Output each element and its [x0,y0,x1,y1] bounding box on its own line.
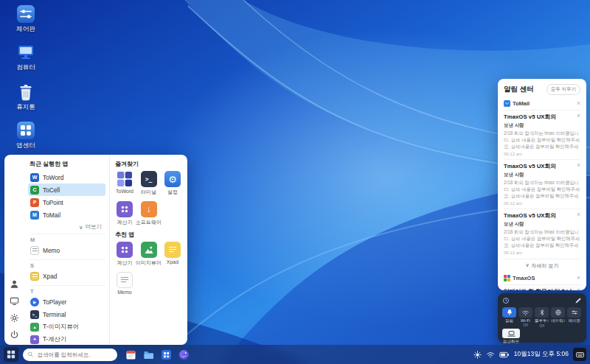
close-icon[interactable]: × [577,100,580,107]
recent-app-topoint[interactable]: P ToPoint [28,196,105,209]
notification-title: 업데이트 할 항목이 있습니다 [504,287,577,290]
battery-icon[interactable] [499,351,510,359]
start-menu-rail [4,155,24,345]
wifi-tray-icon[interactable] [486,351,495,359]
desktop: 제어판 컴퓨터 휴지통 앱센터 알림 센터 모두 지우기 [0,0,590,364]
tile-state [551,323,565,328]
desktop-icon-control-panel[interactable]: 제어판 [7,4,44,34]
recommended-memo[interactable]: Memo [114,272,136,295]
more-button[interactable]: ∨ 더보기 [28,223,102,231]
browser-icon[interactable] [178,349,190,360]
favorite-toword[interactable]: ToWord [114,171,136,196]
close-icon[interactable]: × [577,113,580,119]
recent-app-toword[interactable]: W ToWord [28,171,105,183]
app-label: ToPoint [43,199,63,206]
desktop-icon-label: 컴퓨터 [7,63,44,72]
notification-center: 알림 센터 모두 지우기 ToMail × TmaxOS v5 UX회의 × 보… [498,79,586,290]
tmaxos-icon [504,275,510,281]
start-button[interactable] [4,347,18,362]
notification-group-tmaxos: TmaxOS × [504,275,580,281]
update-notification-card[interactable]: 업데이트 할 항목이 있습니다 × 최신 버전까지는 2번의 업데이트가 남았습… [504,284,580,290]
control-panel-icon [16,4,35,24]
close-icon[interactable]: × [577,211,580,218]
display-icon[interactable] [9,295,19,306]
taskbar: 10월13일 오후 5:06 [0,345,590,364]
tile-state: Off [518,323,532,327]
notification-card[interactable]: TmaxOS v5 UX회의 × 보낸 사람 2/18 회의 참석하는 tmax… [504,110,580,156]
trash-icon [16,83,35,102]
file-manager-icon[interactable] [143,349,154,360]
app-label: 소프트웨어 [136,219,162,226]
search-bar[interactable] [23,349,117,361]
tomail-icon: M [30,211,39,220]
xpad-icon [30,272,39,281]
calendar-icon[interactable] [125,349,136,360]
close-icon[interactable]: × [577,287,580,290]
app-label: Memo [114,290,136,295]
app-label: ToCell [43,186,60,194]
recommended-calculator[interactable]: 계산기 [114,242,136,267]
settings-gear-icon[interactable] [9,312,19,323]
favorite-software[interactable]: ↓ 소프트웨어 [136,201,162,226]
desktop-icon-trash[interactable]: 휴지통 [7,83,44,112]
memo-icon [117,272,133,288]
tile-control-panel[interactable]: 제어판 [567,307,581,328]
tile-state [567,323,581,328]
brightness-icon[interactable] [473,351,482,359]
clock-icon[interactable] [502,297,510,304]
recommended-image-viewer[interactable]: 이미지뷰어 [136,242,162,267]
notification-body: 2/18 회의 참석하는 tmax 미라클입니다. 상세 내용은 첨부파일 확인… [504,228,580,249]
app-label: ToWord [114,189,136,194]
app-toplayer[interactable]: ▶ ToPlayer [28,295,105,308]
user-icon[interactable] [9,279,19,289]
group-app-name: TmaxOS [513,275,575,281]
app-image-viewer[interactable]: ▲ T-이미지뷰어 [28,321,105,333]
app-label: 이미지뷰어 [136,259,162,267]
app-label: Xpad [43,273,57,280]
favorite-settings[interactable]: ⚙ 설정 [162,171,184,196]
tile-bluetooth[interactable]: 블루투스 Off [535,307,549,328]
keyboard-ime-icon[interactable] [573,348,586,361]
toplayer-icon: ▶ [30,298,39,307]
show-detail-label: 자세히 보기 [532,262,559,270]
notification-card[interactable]: TmaxOS v5 UX회의 × 보낸 사람 2/18 회의 참석하는 tmax… [504,209,580,255]
desktop-icon-app-center[interactable]: 앱센터 [7,121,44,150]
close-icon[interactable]: × [577,162,580,169]
calculator-icon: + [30,335,39,344]
tile-wifi[interactable]: Wi-Fi Off [518,307,532,328]
favorite-calculator[interactable]: 계산기 [114,201,136,226]
topoint-icon: P [30,198,39,207]
edit-pencil-icon[interactable] [575,297,582,304]
clear-all-button[interactable]: 모두 지우기 [546,84,580,95]
notification-title: TmaxOS v5 UX회의 [504,162,577,170]
taskbar-clock[interactable]: 10월13일 오후 5:06 [514,350,569,359]
close-icon[interactable]: × [577,275,580,281]
tile-state: Off [535,323,549,328]
chevron-down-icon: ∨ [525,262,529,270]
laptop-icon [502,329,520,338]
app-label: ToWord [43,174,63,181]
desktop-icon-computer[interactable]: 컴퓨터 [7,43,44,72]
notification-time: 06:12 am [504,251,580,255]
search-input[interactable] [36,351,113,359]
bluetooth-icon [535,307,549,318]
tile-lock-screen[interactable]: 잠금화면 [502,329,520,344]
app-label: 계산기 [114,259,136,267]
recent-app-tocell[interactable]: C ToCell [28,183,105,196]
power-icon[interactable] [9,329,19,340]
tile-notifications[interactable]: 알림 [502,307,516,328]
recommended-xpad[interactable]: Xpad [162,242,184,267]
app-center-taskbar-icon[interactable] [161,349,172,360]
app-terminal[interactable]: >_ Terminal [28,308,105,321]
app-memo[interactable]: Memo [28,244,105,256]
chevron-down-icon: ∨ [79,224,83,231]
tile-network[interactable]: 네트워크 [551,307,565,328]
notification-card[interactable]: TmaxOS v5 UX회의 × 보낸 사람 2/18 회의 참석하는 tmax… [504,159,580,206]
tocell-icon: C [30,186,39,195]
show-detail-button[interactable]: ∨ 자세히 보기 [504,259,580,270]
tomail-icon [504,100,510,107]
recent-app-tomail[interactable]: M ToMail [28,209,105,221]
app-calculator[interactable]: + T-계산기 [28,333,105,346]
app-xpad[interactable]: Xpad [28,270,105,282]
favorite-terminal[interactable]: >_ 터미널 [136,171,162,196]
